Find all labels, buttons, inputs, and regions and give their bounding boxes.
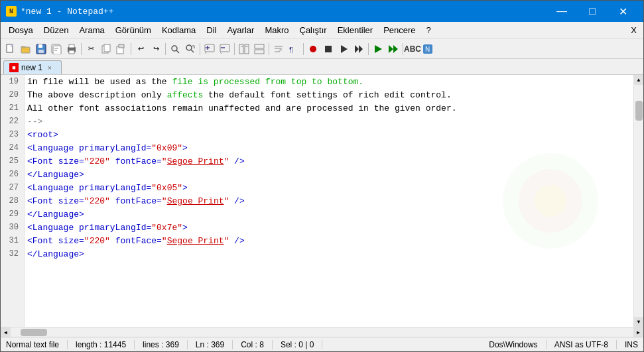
text-19: in file will be used as the [27,77,172,87]
code-line-22: --> [27,115,631,128]
toolbar: ✂ ↩ ↪ [1,39,643,59]
status-sel: Sel : 0 | 0 [281,340,322,349]
tb-undo[interactable]: ↩ [133,42,148,56]
line-num-19: 19 [3,75,19,88]
text-27b: "0x05" [151,183,182,193]
minimize-button[interactable]: — [547,1,577,22]
code-line-30: <Language primaryLangId="0x7e"> [27,221,631,234]
tb-new[interactable] [3,42,18,56]
text-20a: The above description only [27,90,167,100]
scroll-left-arrow[interactable]: ◀ [1,327,11,337]
svg-marker-43 [359,45,363,53]
tb-redo[interactable]: ↪ [149,42,163,56]
status-bar: Normal text file length : 11445 lines : … [1,337,643,351]
scrollbar-vertical[interactable]: ▲ ▼ [633,75,643,327]
line-num-20: 20 [3,88,19,101]
tb-replace[interactable] [183,42,198,56]
scroll-h-thumb[interactable] [21,329,47,336]
svg-rect-29 [239,44,243,54]
svg-text:N: N [425,46,430,53]
menu-bar: Dosya Düzen Arama Görünüm Kodlama Dil Ay… [1,22,643,39]
menu-arama[interactable]: Arama [74,23,109,37]
tb-print[interactable] [64,42,79,56]
menu-help[interactable]: ? [421,23,436,37]
tb-sep-1 [81,43,82,55]
menu-duzen[interactable]: Düzen [38,23,74,37]
text-28e: " [224,196,229,206]
menu-pencere[interactable]: Pencere [378,23,420,37]
tb-closeall[interactable] [49,42,64,56]
tb-sep-3 [165,43,166,55]
tb-find[interactable] [168,42,182,56]
text-24a: <Language primaryLangId= [27,143,151,153]
scrollbar-horizontal[interactable]: ◀ ▶ [1,327,643,337]
tb-sync-h[interactable] [252,42,267,56]
svg-point-39 [310,46,316,52]
menu-dil[interactable]: Dil [201,23,222,37]
menu-ayarlar[interactable]: Ayarlar [222,23,259,37]
tb-zoomin[interactable] [202,42,217,56]
tb-cut[interactable]: ✂ [84,42,98,56]
text-25a: <Font size= [27,156,84,166]
tb-macro-stop[interactable] [321,42,336,56]
code-content[interactable]: in file will be used as the file is proc… [25,75,633,327]
tb-copy[interactable] [99,42,113,56]
code-line-26: </Language> [27,168,631,181]
menu-dosya[interactable]: Dosya [3,23,38,37]
scroll-up-arrow[interactable]: ▲ [634,75,644,85]
status-line-ending: Dos\Windows [489,340,546,349]
text-29: </Language> [27,209,84,219]
tb-spellcheck[interactable]: ABC [405,42,420,56]
text-30a: <Language primaryLangId= [27,223,151,233]
svg-rect-15 [104,44,110,52]
line-num-27: 27 [3,181,19,194]
menu-calistir[interactable]: Çalıştır [294,23,332,37]
line-num-29: 29 [3,207,19,221]
code-line-29: </Language> [27,207,631,221]
tb-open[interactable] [19,42,33,56]
tb-run2[interactable] [386,42,401,56]
svg-rect-1 [11,44,13,46]
close-button[interactable]: ✕ [608,1,638,22]
tb-save[interactable] [34,42,48,56]
code-line-20: The above description only affects the d… [27,88,631,101]
text-31c: fontFace= [110,236,162,246]
line-num-23: 23 [3,128,19,141]
text-28a: <Font size= [27,196,84,206]
tb-run[interactable] [371,42,385,56]
tb-allchars[interactable]: ¶ [287,42,301,56]
scroll-right-arrow[interactable]: ▶ [633,327,643,337]
svg-rect-12 [69,44,74,48]
tb-sep-2 [131,43,131,55]
scroll-v-thumb[interactable] [635,101,643,121]
tb-extra[interactable]: N [420,42,435,56]
text-25f: /> [229,156,244,166]
tb-macro-run[interactable] [352,42,366,56]
menu-eklentiler[interactable]: Eklentiler [332,23,378,37]
editor-wrapper: 19 20 21 22 23 24 25 26 27 28 29 30 31 3… [1,75,643,337]
menu-gorunum[interactable]: Görünüm [110,23,157,37]
tb-sync-v[interactable] [237,42,251,56]
maximize-button[interactable]: □ [577,1,608,22]
tb-zoomout[interactable] [218,42,232,56]
svg-rect-34 [255,50,264,54]
text-25-segoe: Segoe Print [167,156,224,166]
svg-rect-3 [21,46,25,48]
tb-macro-play[interactable] [336,42,351,56]
menu-close-x[interactable]: X [627,24,641,36]
tb-macro-rec[interactable] [306,42,320,56]
code-line-25: <Font size="220" fontFace="Segoe Print" … [27,154,631,168]
tab-new1[interactable]: ■ new 1 × [3,60,62,74]
line-num-30: 30 [3,221,19,234]
tb-paste[interactable] [114,42,129,56]
svg-rect-33 [255,44,264,48]
tb-wordwrap[interactable] [271,42,286,56]
menu-makro[interactable]: Makro [259,23,294,37]
svg-marker-45 [389,45,393,53]
tab-close-btn[interactable]: × [45,63,54,72]
text-28d: " [162,196,167,206]
scroll-down-arrow[interactable]: ▼ [634,317,644,327]
text-20b: the default font settings of rich edit c… [203,90,451,100]
menu-kodlama[interactable]: Kodlama [157,23,201,37]
line-num-31: 31 [3,234,19,247]
